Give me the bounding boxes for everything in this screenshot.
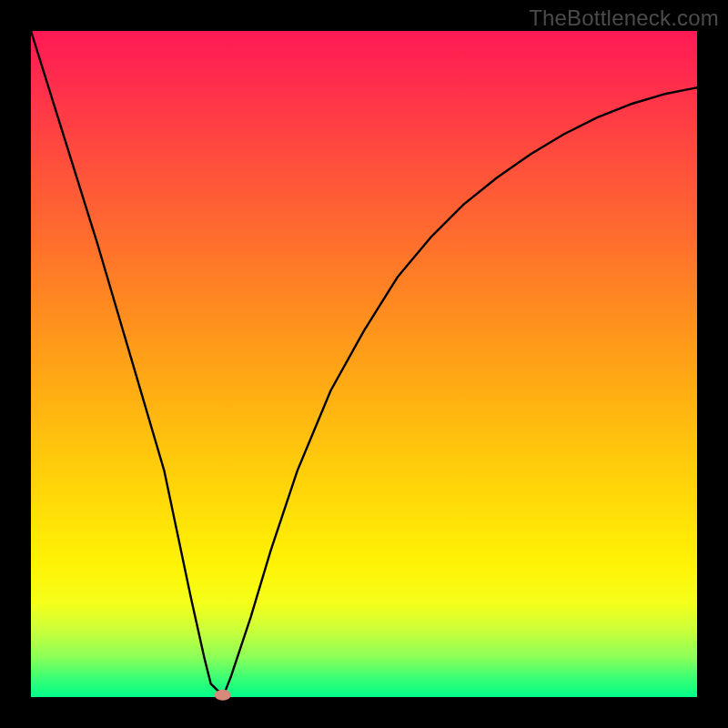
curve-svg	[31, 31, 697, 697]
chart-frame: TheBottleneck.com	[0, 0, 728, 728]
minimum-marker	[215, 690, 231, 701]
plot-area	[31, 31, 697, 697]
bottleneck-curve	[31, 31, 697, 693]
watermark-label: TheBottleneck.com	[529, 5, 719, 31]
